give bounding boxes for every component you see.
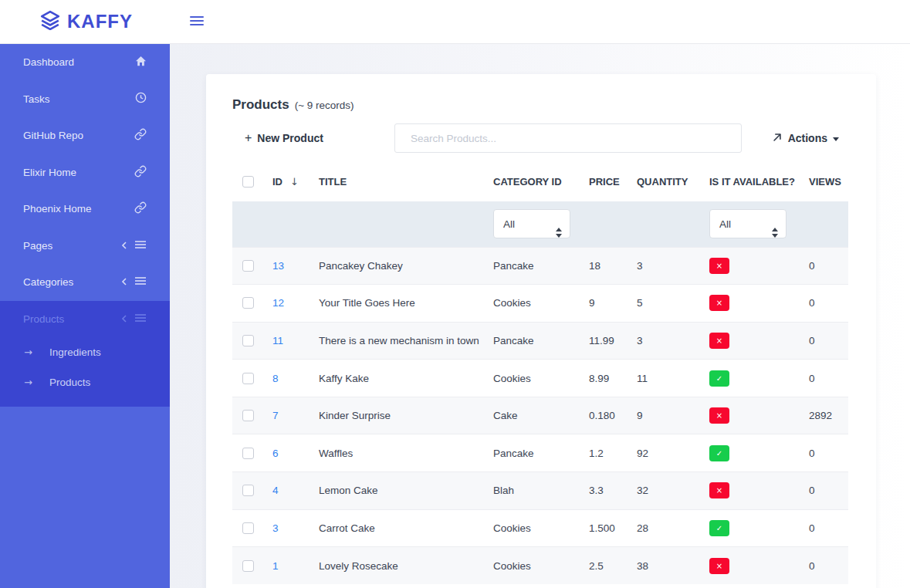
row-checkbox[interactable] [242,448,254,459]
column-header-price[interactable]: PRICE [589,173,637,201]
table-header-row: ID↓ TITLE CATEGORY ID PRICE QUANTITY IS … [232,173,848,201]
chevron-left-icon [121,313,127,325]
sidebar-item-github-repo[interactable]: GitHub Repo [0,117,170,154]
row-checkbox[interactable] [242,260,254,272]
sidebar-item-elixir-home[interactable]: Elixir Home [0,154,170,191]
row-title: There is a new mechanism in town [319,322,493,360]
sidebar-item-label: Dashboard [23,56,74,68]
table-row: 13 Pancakey Chakey Pancake 18 3 × 0 [232,247,848,285]
row-title: Your Title Goes Here [319,285,493,323]
table-row: 7 Kinder Surprise Cake 0.180 9 × 2892 [232,397,848,434]
actions-dropdown-button[interactable]: Actions [772,132,839,145]
top-header: KAFFY [0,0,910,44]
sidebar-item-dashboard[interactable]: Dashboard [0,44,170,81]
link-icon [134,128,147,143]
available-filter-select[interactable]: All [709,209,787,238]
row-views: 0 [809,285,848,323]
sidebar: Dashboard Tasks GitHub Repo Elixir Home … [0,44,170,588]
row-category: Pancake [493,247,589,285]
sidebar-item-phoenix-home[interactable]: Phoenix Home [0,191,170,228]
row-checkbox[interactable] [242,335,254,346]
table-filter-row: All All [232,201,848,247]
row-id-link[interactable]: 11 [272,335,283,346]
products-table: ID↓ TITLE CATEGORY ID PRICE QUANTITY IS … [232,173,848,584]
row-title: Carrot Cake [319,509,493,547]
row-price: 2.5 [589,547,637,585]
sidebar-subitem-ingredients[interactable]: → Ingredients [0,337,170,367]
row-category: Pancake [493,322,589,360]
row-quantity: 5 [637,285,709,323]
availability-badge: × [709,407,729,424]
row-id-link[interactable]: 7 [272,410,279,421]
row-title: Waffles [319,434,493,472]
chevron-left-icon [121,276,127,288]
clock-icon [135,92,147,106]
row-checkbox[interactable] [242,560,254,572]
row-checkbox[interactable] [242,410,254,421]
arrow-up-right-icon [772,132,783,145]
caret-down-icon [833,137,839,141]
select-all-checkbox[interactable] [242,176,254,188]
row-id-link[interactable]: 13 [272,260,284,272]
availability-badge: × [709,558,729,574]
row-quantity: 3 [637,247,709,285]
row-title: Lemon Cake [319,472,493,510]
sidebar-item-tasks[interactable]: Tasks [0,81,170,118]
sidebar-item-products[interactable]: Products [0,301,170,338]
row-price: 8.99 [589,360,637,397]
column-header-views[interactable]: VIEWS [809,173,848,201]
column-header-available[interactable]: IS IT AVAILABLE? [709,173,809,201]
column-header-title[interactable]: TITLE [319,173,493,201]
sidebar-toggle-button[interactable] [190,16,204,28]
row-id-link[interactable]: 6 [272,448,279,459]
column-header-category[interactable]: CATEGORY ID [493,173,589,201]
menu-icon [134,240,147,252]
row-views: 0 [809,322,848,360]
new-product-button[interactable]: + New Product [245,131,323,145]
table-row: 3 Carrot Cake Cookies 1.500 28 ✓ 0 [232,509,848,547]
sidebar-item-label: Elixir Home [23,167,76,178]
sidebar-subitem-label: Products [49,377,90,388]
row-id-link[interactable]: 3 [272,522,279,534]
arrow-right-icon: → [24,377,32,388]
table-row: 11 There is a new mechanism in town Panc… [232,322,848,360]
page-title: Products [232,97,289,113]
link-icon [134,165,147,180]
row-views: 0 [809,472,848,510]
app-logo[interactable]: KAFFY [40,10,133,33]
row-quantity: 9 [637,397,709,434]
table-row: 8 Kaffy Kake Cookies 8.99 11 ✓ 0 [232,360,848,397]
row-title: Kinder Surprise [319,397,493,434]
table-row: 1 Lovely Rosecake Cookies 2.5 38 × 0 [232,547,848,585]
column-header-id[interactable]: ID↓ [272,173,319,201]
row-id-link[interactable]: 12 [272,297,284,309]
sidebar-item-categories[interactable]: Categories [0,264,170,301]
row-price: 0.180 [589,397,637,434]
search-input[interactable] [394,123,742,153]
row-quantity: 3 [637,322,709,360]
row-checkbox[interactable] [242,485,254,496]
sidebar-item-label: Phoenix Home [23,203,92,215]
row-id-link[interactable]: 4 [272,485,279,496]
row-id-link[interactable]: 1 [272,560,279,572]
availability-badge: ✓ [709,445,729,461]
row-views: 2892 [809,397,848,434]
row-checkbox[interactable] [242,522,254,534]
row-title: Lovely Rosecake [319,547,493,585]
row-views: 0 [809,434,848,472]
row-checkbox[interactable] [242,297,254,309]
sidebar-group-products: Products → Ingredients → Products [0,301,170,407]
sidebar-item-pages[interactable]: Pages [0,228,170,265]
column-header-quantity[interactable]: QUANTITY [637,173,709,201]
sidebar-subitem-products[interactable]: → Products [0,367,170,397]
main-content: Products (~ 9 records) + New Product Act… [170,44,910,588]
row-checkbox[interactable] [242,373,254,384]
row-category: Blah [493,472,589,510]
category-filter-select[interactable]: All [493,209,570,238]
row-id-link[interactable]: 8 [272,373,279,384]
row-quantity: 11 [637,360,709,397]
sidebar-subitem-label: Ingredients [49,346,101,358]
menu-icon [134,313,147,325]
row-category: Pancake [493,434,589,472]
row-price: 1.500 [589,509,637,547]
